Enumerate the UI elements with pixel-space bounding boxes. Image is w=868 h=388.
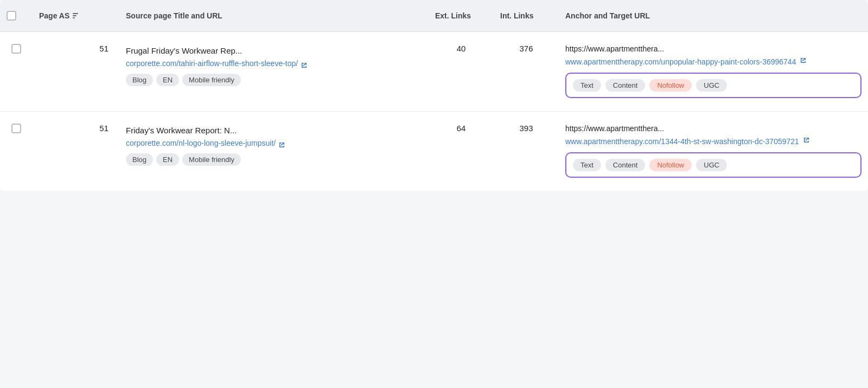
source-tag: Mobile friendly [182, 74, 241, 86]
source-tag: Mobile friendly [182, 153, 241, 166]
sort-icon[interactable] [73, 13, 78, 18]
page-title: Frugal Friday's Workwear Rep... [126, 45, 422, 56]
anchor-tag: UGC [696, 79, 727, 92]
source-tag: Blog [126, 74, 153, 86]
ext-links-value: 64 [429, 122, 494, 135]
table-row: 51 Frugal Friday's Workwear Rep... corpo… [0, 32, 868, 112]
page-as-value: 51 [33, 122, 119, 135]
header-page-as-label: Page AS [39, 11, 69, 20]
anchor-tag: Content [605, 79, 646, 92]
page-as-value: 51 [33, 43, 119, 55]
anchor-url[interactable]: www.apartmenttherapy.com/1344-4th-st-sw-… [565, 137, 861, 147]
source-tags: BlogENMobile friendly [126, 74, 422, 86]
source-cell: Friday's Workwear Report: N... corporett… [119, 122, 429, 168]
source-tags: BlogENMobile friendly [126, 153, 422, 166]
anchor-tag: Content [605, 159, 646, 171]
header-checkbox [0, 7, 33, 25]
ext-links-value: 40 [429, 43, 494, 55]
row-checkbox-cell [0, 122, 33, 135]
external-link-icon [278, 141, 285, 148]
page-url[interactable]: corporette.com/tahiri-airflow-ruffle-sho… [126, 59, 422, 69]
int-links-value: 376 [494, 43, 559, 55]
table-header: Page AS Source page Title and URL Ext. L… [0, 0, 868, 32]
source-tag: EN [156, 74, 179, 86]
external-link-icon [301, 62, 308, 69]
anchor-tag: UGC [696, 159, 727, 171]
source-tag: Blog [126, 153, 153, 166]
header-source: Source page Title and URL [119, 7, 429, 24]
anchor-cell: https://www.apartmentthera... www.apartm… [559, 43, 868, 100]
row-checkbox[interactable] [11, 44, 21, 54]
anchor-tag: Nofollow [649, 159, 692, 171]
anchor-tags-box: TextContentNofollowUGC [565, 152, 861, 178]
header-ext-links: Ext. Links [429, 7, 494, 24]
table-row: 51 Friday's Workwear Report: N... corpor… [0, 112, 868, 191]
table-body: 51 Frugal Friday's Workwear Rep... corpo… [0, 32, 868, 191]
header-page-as: Page AS [33, 7, 119, 24]
source-tag: EN [156, 153, 179, 166]
header-int-links: Int. Links [494, 7, 559, 24]
anchor-tag: Text [573, 159, 601, 171]
select-all-checkbox[interactable] [7, 11, 16, 21]
external-link-icon [800, 57, 807, 64]
row-checkbox-cell [0, 43, 33, 56]
anchor-tag: Nofollow [649, 79, 692, 92]
anchor-host: https://www.apartmentthera... [565, 44, 861, 55]
page-url[interactable]: corporette.com/nl-logo-long-sleeve-jumps… [126, 138, 422, 149]
anchor-url[interactable]: www.apartmenttherapy.com/unpopular-happy… [565, 57, 861, 68]
anchor-cell: https://www.apartmentthera... www.apartm… [559, 122, 868, 180]
header-anchor: Anchor and Target URL [559, 7, 868, 24]
row-checkbox[interactable] [11, 124, 21, 133]
anchor-tag: Text [573, 79, 601, 92]
page-title: Friday's Workwear Report: N... [126, 125, 422, 136]
anchor-tags-box: TextContentNofollowUGC [565, 73, 861, 98]
source-cell: Frugal Friday's Workwear Rep... corporet… [119, 43, 429, 88]
int-links-value: 393 [494, 122, 559, 135]
anchor-host: https://www.apartmentthera... [565, 124, 861, 134]
external-link-icon [803, 137, 810, 144]
